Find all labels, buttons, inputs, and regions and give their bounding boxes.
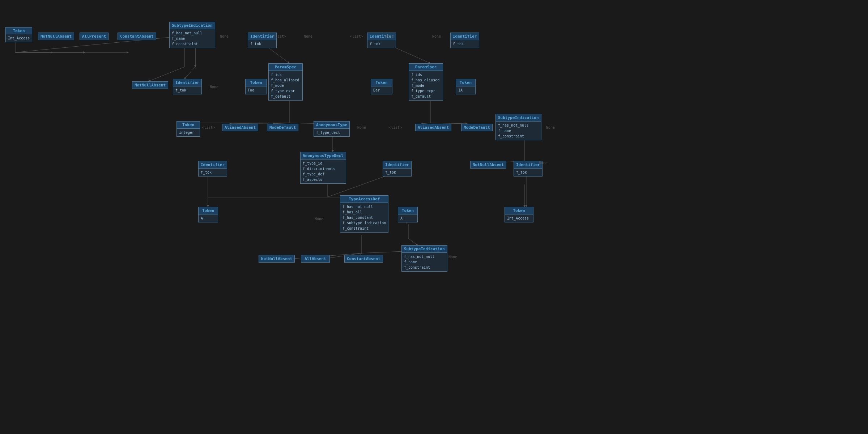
label-none-5: None: [210, 85, 218, 89]
node-subtype-indication-right[interactable]: SubtypeIndication f_has_not_null f_name …: [495, 114, 541, 140]
node-token-integer[interactable]: Token Integer: [176, 121, 200, 137]
node-not-null-absent-top[interactable]: NotNullAbsent: [38, 33, 74, 40]
svg-line-9: [184, 67, 195, 79]
node-anonymous-type-decl[interactable]: AnonymousTypeDecl f_type_id f_discrimina…: [300, 152, 346, 184]
node-token-bar[interactable]: Token Bar: [371, 79, 392, 94]
label-none-2: None: [304, 34, 312, 38]
label-list-2: <list>: [350, 34, 363, 38]
node-not-null-absent2[interactable]: NotNullAbsent: [132, 81, 168, 89]
node-identifier-right2[interactable]: Identifier f_tok: [514, 161, 542, 176]
node-subtype-indication-bot[interactable]: SubtypeIndication f_has_not_null f_name …: [401, 245, 447, 272]
label-none-3: None: [385, 34, 394, 38]
node-mode-default1[interactable]: ModeDefault: [267, 124, 298, 131]
node-all-absent-bot[interactable]: AllAbsent: [301, 255, 330, 263]
node-paramspec1[interactable]: ParamSpec f_ids f_has_aliased f_mode f_t…: [268, 63, 303, 101]
node-identifier-top1[interactable]: Identifier f_tok: [248, 33, 277, 48]
node-aliased-absent2[interactable]: AliasedAbsent: [415, 124, 451, 131]
node-aliased-absent1[interactable]: AliasedAbsent: [222, 124, 258, 131]
label-list-3: <list>: [202, 125, 215, 129]
node-constant-absent-bot[interactable]: ConstantAbsent: [344, 255, 383, 263]
label-none-4: None: [432, 34, 441, 38]
node-token-int-access-top[interactable]: Token Int_Access: [5, 27, 32, 42]
svg-line-32: [409, 239, 418, 245]
node-token-a2[interactable]: Token A: [398, 207, 418, 222]
node-type-access-def[interactable]: TypeAccessDef f_has_not_null f_has_all f…: [340, 195, 388, 233]
label-none-7: None: [546, 125, 555, 129]
label-list-4: <list>: [389, 125, 402, 129]
node-identifier-mid2[interactable]: Identifier f_tok: [198, 161, 227, 176]
label-none-1: None: [220, 34, 229, 38]
node-subtype-indication-top[interactable]: SubtypeIndication f_has_not_null f_name …: [169, 22, 215, 48]
node-paramspec2[interactable]: ParamSpec f_ids f_has_aliased f_mode f_t…: [409, 63, 443, 101]
node-identifier-top3[interactable]: Identifier f_tok: [450, 33, 479, 48]
canvas: Token Int_Access NotNullAbsent AllPresen…: [0, 0, 868, 434]
node-token-int-access-bot[interactable]: Token Int_Access: [505, 207, 533, 222]
label-none-10: None: [539, 161, 548, 165]
node-constant-absent-top[interactable]: ConstantAbsent: [118, 33, 156, 40]
node-anonymous-type[interactable]: AnonymousType f_type_decl: [314, 121, 350, 137]
label-none-8: None: [315, 217, 323, 221]
label-none-6: None: [357, 125, 366, 129]
node-mode-default2[interactable]: ModeDefault: [461, 124, 493, 131]
label-none-9: None: [448, 255, 457, 259]
node-not-null-absent3[interactable]: NotNullAbsent: [470, 161, 506, 169]
node-token-a1[interactable]: Token A: [198, 207, 218, 222]
node-token-ia[interactable]: Token IA: [456, 79, 476, 94]
node-identifier-mid1[interactable]: Identifier f_tok: [173, 79, 202, 94]
node-all-present[interactable]: AllPresent: [80, 33, 109, 40]
label-list-1: <list>: [273, 34, 286, 38]
node-token-foo[interactable]: Token Foo: [245, 79, 267, 94]
node-identifier-right1[interactable]: Identifier f_tok: [383, 161, 412, 176]
node-not-null-absent-bot[interactable]: NotNullAbsent: [259, 255, 295, 263]
